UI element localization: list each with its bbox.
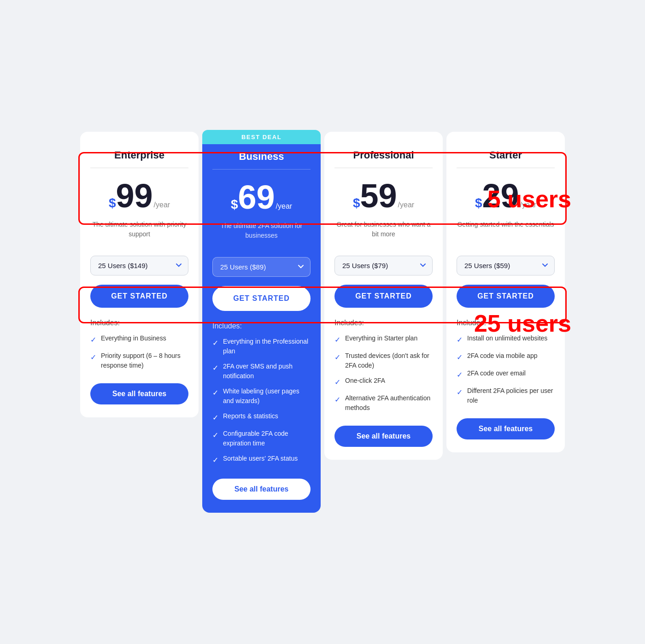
check-icon: ✓ — [334, 394, 340, 405]
price-period-business: /year — [276, 202, 293, 211]
price-period-starter: /year — [520, 201, 537, 209]
feature-text: Trusted devices (don't ask for 2FA code) — [345, 351, 433, 370]
feature-item: ✓ Everything in Starter plan — [334, 334, 433, 345]
price-dollar-business: $ — [231, 197, 238, 212]
includes-label-starter: Includes: — [457, 319, 555, 327]
feature-list-enterprise: ✓ Everything in Business ✓ Priority supp… — [90, 334, 188, 370]
pricing-wrapper: 5 users 25 users Enterprise $ 99 /year T… — [69, 116, 576, 528]
feature-text: Different 2FA policies per user role — [467, 386, 555, 405]
price-dollar-enterprise: $ — [109, 196, 116, 211]
plan-card-starter: Starter $ 29 /year Getting started with … — [446, 132, 565, 452]
get-started-button-starter[interactable]: GET STARTED — [457, 285, 555, 308]
feature-item: ✓ 2FA code over email — [457, 369, 555, 381]
feature-text: Install on unlimited websites — [467, 334, 547, 343]
user-select-starter[interactable]: 5 Users ($29)10 Users ($39)25 Users ($59… — [457, 256, 555, 275]
plan-description-professional: Great for businesses who want a bit more — [334, 220, 433, 247]
check-icon: ✓ — [457, 334, 463, 345]
feature-text: 2FA code over email — [467, 369, 526, 378]
feature-text: Sortable users' 2FA status — [223, 454, 298, 463]
feature-item: ✓ Trusted devices (don't ask for 2FA cod… — [334, 351, 433, 370]
feature-item: ✓ One-click 2FA — [334, 376, 433, 388]
feature-item: ✓ Configurable 2FA code expiration time — [212, 429, 311, 448]
plan-description-starter: Getting started with the essentials — [457, 220, 555, 247]
see-all-button-business[interactable]: See all features — [212, 479, 311, 500]
see-all-button-professional[interactable]: See all features — [334, 426, 433, 447]
price-amount-business: 69 — [238, 181, 275, 214]
feature-item: ✓ Reports & statistics — [212, 411, 311, 423]
price-amount-starter: 29 — [482, 179, 519, 212]
plan-card-business: BEST DEALBusiness $ 69 /year The ultimat… — [202, 130, 321, 513]
check-icon: ✓ — [334, 377, 340, 388]
price-amount-professional: 59 — [360, 179, 397, 212]
price-dollar-professional: $ — [353, 196, 360, 211]
includes-label-professional: Includes: — [334, 319, 433, 327]
feature-list-starter: ✓ Install on unlimited websites ✓ 2FA co… — [457, 334, 555, 405]
check-icon: ✓ — [457, 352, 463, 363]
pricing-grid: 5 users 25 users Enterprise $ 99 /year T… — [78, 130, 567, 515]
get-started-button-business[interactable]: GET STARTED — [212, 286, 311, 311]
feature-item: ✓ Different 2FA policies per user role — [457, 386, 555, 405]
plan-description-enterprise: The ultimate solution with priority supp… — [90, 220, 188, 247]
feature-item: ✓ Everything in Business — [90, 334, 188, 345]
check-icon: ✓ — [212, 338, 218, 349]
feature-text: 2FA over SMS and push notification — [223, 362, 311, 381]
feature-item: ✓ Priority support (6 – 8 hours response… — [90, 351, 188, 370]
includes-label-business: Includes: — [212, 322, 311, 330]
check-icon: ✓ — [334, 352, 340, 363]
feature-text: Alternative 2FA authentication methods — [345, 393, 433, 413]
feature-item: ✓ 2FA code via mobile app — [457, 351, 555, 363]
plan-name-enterprise: Enterprise — [90, 149, 188, 168]
feature-item: ✓ Install on unlimited websites — [457, 334, 555, 345]
get-started-button-professional[interactable]: GET STARTED — [334, 285, 433, 308]
plan-name-professional: Professional — [334, 149, 433, 168]
feature-text: Priority support (6 – 8 hours response t… — [101, 351, 188, 370]
check-icon: ✓ — [212, 455, 218, 466]
feature-text: One-click 2FA — [345, 376, 385, 386]
check-icon: ✓ — [212, 387, 218, 398]
plan-description-business: The ultimate 2FA solution for businesses — [212, 221, 311, 249]
plan-name-starter: Starter — [457, 149, 555, 168]
user-select-business[interactable]: 5 Users ($69)10 Users ($79)25 Users ($89… — [212, 257, 311, 277]
feature-list-business: ✓ Everything in the Professional plan ✓ … — [212, 337, 311, 466]
check-icon: ✓ — [90, 334, 96, 345]
plan-name-business: Business — [212, 151, 311, 170]
check-icon: ✓ — [212, 412, 218, 423]
feature-text: Everything in Business — [101, 334, 166, 343]
plan-card-professional: Professional $ 59 /year Great for busine… — [324, 132, 443, 460]
check-icon: ✓ — [212, 430, 218, 441]
includes-label-enterprise: Includes: — [90, 319, 188, 327]
feature-list-professional: ✓ Everything in Starter plan ✓ Trusted d… — [334, 334, 433, 413]
feature-item: ✓ 2FA over SMS and push notification — [212, 362, 311, 381]
check-icon: ✓ — [90, 352, 96, 363]
feature-text: 2FA code via mobile app — [467, 351, 538, 361]
see-all-button-starter[interactable]: See all features — [457, 418, 555, 439]
feature-text: Everything in Starter plan — [345, 334, 417, 343]
price-row-enterprise: $ 99 /year — [90, 179, 188, 212]
get-started-button-enterprise[interactable]: GET STARTED — [90, 285, 188, 308]
feature-item: ✓ Sortable users' 2FA status — [212, 454, 311, 466]
price-period-enterprise: /year — [154, 201, 170, 209]
feature-text: Everything in the Professional plan — [223, 337, 311, 356]
feature-text: Configurable 2FA code expiration time — [223, 429, 311, 448]
check-icon: ✓ — [457, 387, 463, 398]
feature-item: ✓ White labeling (user pages and wizards… — [212, 386, 311, 406]
see-all-button-enterprise[interactable]: See all features — [90, 383, 188, 404]
check-icon: ✓ — [457, 369, 463, 381]
price-amount-enterprise: 99 — [116, 179, 152, 212]
feature-item: ✓ Everything in the Professional plan — [212, 337, 311, 356]
best-deal-badge: BEST DEAL — [202, 130, 321, 144]
feature-item: ✓ Alternative 2FA authentication methods — [334, 393, 433, 413]
price-dollar-starter: $ — [475, 196, 482, 211]
price-period-professional: /year — [398, 201, 415, 209]
feature-text: White labeling (user pages and wizards) — [223, 386, 311, 406]
check-icon: ✓ — [212, 363, 218, 374]
price-row-starter: $ 29 /year — [457, 179, 555, 212]
price-row-business: $ 69 /year — [212, 181, 311, 214]
price-row-professional: $ 59 /year — [334, 179, 433, 212]
feature-text: Reports & statistics — [223, 411, 278, 421]
plan-card-enterprise: Enterprise $ 99 /year The ultimate solut… — [80, 132, 199, 417]
check-icon: ✓ — [334, 334, 340, 345]
user-select-enterprise[interactable]: 5 Users ($99)10 Users ($119)25 Users ($1… — [90, 256, 188, 275]
user-select-professional[interactable]: 5 Users ($59)10 Users ($69)25 Users ($79… — [334, 256, 433, 275]
